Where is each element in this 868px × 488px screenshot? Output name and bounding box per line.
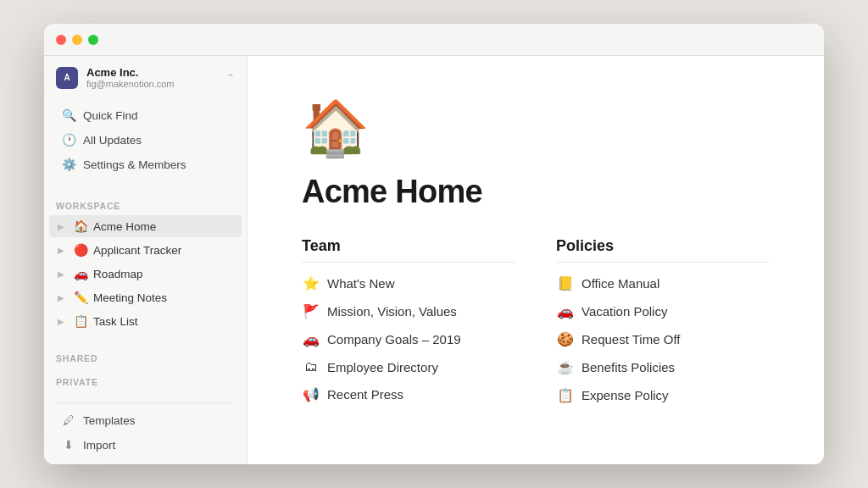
nav-item-label: Quick Find <box>83 109 138 122</box>
chevron-icon: ▶ <box>58 293 68 302</box>
list-item-label: Request Time Off <box>581 332 680 347</box>
chevron-icon: ▶ <box>58 222 68 231</box>
item-emoji: 📢 <box>302 386 320 402</box>
nav-item-label: Templates <box>83 414 136 427</box>
chevron-icon: ▶ <box>58 269 68 279</box>
item-emoji: 🗂 <box>302 359 320 374</box>
traffic-lights <box>56 35 98 45</box>
close-button[interactable] <box>56 35 66 45</box>
app-body: A Acme Inc. fig@makenotion.com ⌃ 🔍 Quick… <box>44 56 824 464</box>
page-icon: 🏠 <box>73 219 88 233</box>
trash-icon: 🗑 <box>61 463 76 464</box>
page-icon: 📋 <box>73 314 88 328</box>
shared-section-label: SHARED <box>44 343 247 367</box>
list-item[interactable]: 🗂 Employee Directory <box>302 353 515 380</box>
app-window: A Acme Inc. fig@makenotion.com ⌃ 🔍 Quick… <box>44 24 824 464</box>
list-item[interactable]: 🍪 Request Time Off <box>556 325 770 353</box>
list-item[interactable]: ☕ Benefits Policies <box>556 353 770 381</box>
list-item-label: Company Goals – 2019 <box>327 332 461 347</box>
sidebar-item-import[interactable]: ⬇ Import <box>49 433 242 457</box>
list-item[interactable]: ⭐ What's New <box>302 269 515 297</box>
sidebar-item-quick-find[interactable]: 🔍 Quick Find <box>49 103 242 127</box>
chevron-icon: ▶ <box>58 317 68 326</box>
list-item[interactable]: 🚗 Vacation Policy <box>556 297 770 325</box>
avatar-initials: A <box>64 73 70 82</box>
page-icon: ✏️ <box>73 291 88 304</box>
item-label: Task List <box>93 315 233 328</box>
list-item-label: Expense Policy <box>581 388 669 402</box>
item-emoji: 🚗 <box>556 303 575 319</box>
sidebar: A Acme Inc. fig@makenotion.com ⌃ 🔍 Quick… <box>44 56 248 464</box>
list-item-label: Employee Directory <box>327 360 438 374</box>
policies-list: 📒 Office Manual 🚗 Vacation Policy 🍪 Requ… <box>556 269 770 409</box>
sidebar-item-trash[interactable]: 🗑 Trash <box>49 458 242 464</box>
sidebar-item-meeting-notes[interactable]: ▶ ✏️ Meeting Notes <box>49 286 242 308</box>
sidebar-bottom: 🖊 Templates ⬇ Import 🗑 Trash <box>44 391 247 464</box>
chevron-icon: ▶ <box>58 246 68 255</box>
item-label: Roadmap <box>93 268 233 280</box>
account-name: Acme Inc. <box>86 66 218 79</box>
list-item-label: Vacation Policy <box>581 304 667 319</box>
list-item-label: Benefits Policies <box>581 360 675 374</box>
maximize-button[interactable] <box>88 35 98 45</box>
gear-icon: ⚙️ <box>61 158 76 171</box>
list-item[interactable]: 📒 Office Manual <box>556 269 770 297</box>
item-label: Meeting Notes <box>93 291 233 304</box>
sidebar-item-acme-home[interactable]: ▶ 🏠 Acme Home <box>49 215 242 237</box>
item-emoji: 📋 <box>556 387 575 403</box>
sidebar-item-roadmap[interactable]: ▶ 🚗 Roadmap <box>49 263 242 285</box>
clock-icon: 🕐 <box>61 133 76 147</box>
team-list: ⭐ What's New 🚩 Mission, Vision, Values 🚗… <box>302 269 515 408</box>
item-label: Acme Home <box>93 220 233 233</box>
minimize-button[interactable] <box>72 35 82 45</box>
sidebar-item-templates[interactable]: 🖊 Templates <box>49 408 242 432</box>
sidebar-nav: 🔍 Quick Find 🕐 All Updates ⚙️ Settings &… <box>44 99 247 180</box>
private-section-label: PRIVATE <box>44 367 247 391</box>
list-item[interactable]: 📋 Expense Policy <box>556 381 770 409</box>
titlebar <box>44 24 824 56</box>
item-emoji: ⭐ <box>302 275 320 291</box>
page-title: Acme Home <box>302 174 770 210</box>
nav-item-label: Trash <box>83 463 112 465</box>
search-icon: 🔍 <box>61 108 76 122</box>
main-content: 🏠 Acme Home Team ⭐ What's New 🚩 Mission,… <box>248 56 824 464</box>
item-emoji: 🚗 <box>302 331 320 347</box>
template-icon: 🖊 <box>61 413 76 427</box>
list-item-label: What's New <box>327 276 395 291</box>
sidebar-item-all-updates[interactable]: 🕐 All Updates <box>49 128 242 152</box>
nav-item-label: All Updates <box>83 134 142 147</box>
list-item[interactable]: 🚗 Company Goals – 2019 <box>302 325 515 353</box>
nav-item-label: Import <box>83 439 115 452</box>
list-item-label: Office Manual <box>581 276 659 291</box>
page-cover-emoji: 🏠 <box>302 97 770 160</box>
item-emoji: 📒 <box>556 275 575 291</box>
page-icon: 🔴 <box>73 243 88 257</box>
account-switcher[interactable]: A Acme Inc. fig@makenotion.com ⌃ <box>44 56 247 99</box>
list-item[interactable]: 📢 Recent Press <box>302 380 515 408</box>
sidebar-item-applicant-tracker[interactable]: ▶ 🔴 Applicant Tracker <box>49 239 242 261</box>
list-item-label: Recent Press <box>327 387 403 402</box>
item-emoji: ☕ <box>556 359 575 375</box>
list-item-label: Mission, Vision, Values <box>327 304 457 319</box>
import-icon: ⬇ <box>61 438 76 452</box>
account-avatar: A <box>56 67 78 89</box>
item-label: Applicant Tracker <box>93 244 233 257</box>
item-emoji: 🍪 <box>556 331 575 347</box>
policies-column-title: Policies <box>556 237 770 263</box>
content-columns: Team ⭐ What's New 🚩 Mission, Vision, Val… <box>302 237 770 409</box>
sidebar-item-task-list[interactable]: ▶ 📋 Task List <box>49 310 242 332</box>
sidebar-divider-3 <box>56 402 235 403</box>
team-column: Team ⭐ What's New 🚩 Mission, Vision, Val… <box>302 237 515 409</box>
chevron-up-down-icon: ⌃ <box>226 72 235 84</box>
account-info: Acme Inc. fig@makenotion.com <box>86 66 218 89</box>
nav-item-label: Settings & Members <box>83 158 186 171</box>
sidebar-item-settings[interactable]: ⚙️ Settings & Members <box>49 152 242 176</box>
item-emoji: 🚩 <box>302 303 320 319</box>
account-email: fig@makenotion.com <box>86 79 218 89</box>
page-icon: 🚗 <box>73 267 88 280</box>
workspace-section-label: WORKSPACE <box>44 191 247 214</box>
team-column-title: Team <box>302 237 515 263</box>
list-item[interactable]: 🚩 Mission, Vision, Values <box>302 297 515 325</box>
policies-column: Policies 📒 Office Manual 🚗 Vacation Poli… <box>556 237 770 409</box>
